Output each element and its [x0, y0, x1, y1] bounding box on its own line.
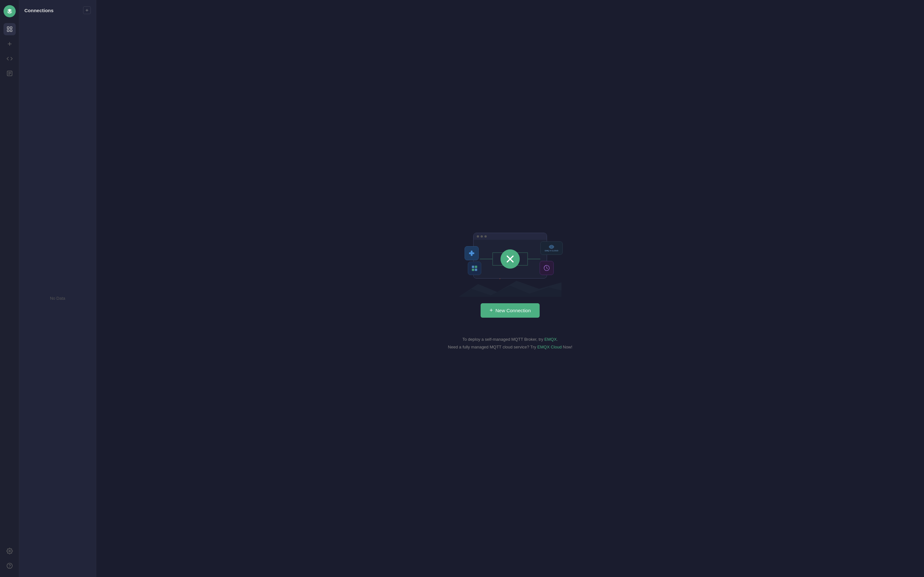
svg-rect-28: [475, 266, 477, 268]
icon-bar: [0, 0, 19, 577]
sidebar-item-help[interactable]: [3, 560, 16, 572]
emqx-cloud-link[interactable]: EMQX Cloud: [537, 345, 562, 350]
info-line1: To deploy a self-managed MQTT Broker, tr…: [448, 335, 572, 343]
sidebar-title: Connections: [24, 8, 53, 13]
svg-rect-3: [10, 27, 12, 29]
sidebar-header: Connections: [19, 0, 96, 19]
svg-rect-29: [472, 269, 474, 271]
plus-icon: +: [489, 307, 493, 314]
sidebar: Connections No Data: [19, 0, 96, 577]
browser-dot-2: [481, 235, 483, 237]
browser-dot-1: [477, 235, 479, 237]
float-card-history: [540, 261, 554, 275]
new-connection-button[interactable]: + New Connection: [481, 303, 540, 318]
float-card-app: [468, 261, 481, 275]
sidebar-item-script[interactable]: [3, 53, 16, 65]
svg-rect-27: [472, 266, 474, 268]
sidebar-empty-state: No Data: [19, 19, 96, 577]
emqx-link[interactable]: EMQX: [544, 337, 557, 342]
empty-state-illustration: EMQ X CLOUD: [96, 226, 924, 328]
app-logo[interactable]: [3, 5, 16, 17]
svg-rect-26: [469, 252, 475, 254]
center-logo: [501, 250, 520, 269]
svg-point-12: [9, 550, 10, 552]
sidebar-item-log[interactable]: [3, 67, 16, 79]
main-content: EMQ X CLOUD: [96, 0, 924, 577]
float-card-emqx-cloud: EMQ X CLOUD: [540, 242, 563, 255]
svg-rect-30: [475, 269, 477, 271]
emqx-cloud-float-label: EMQ X CLOUD: [545, 250, 558, 252]
info-text-block: To deploy a self-managed MQTT Broker, tr…: [448, 335, 572, 351]
svg-rect-2: [7, 27, 9, 29]
add-connection-button[interactable]: [83, 6, 91, 14]
float-card-mqtt-client: [465, 246, 479, 260]
svg-rect-5: [10, 30, 12, 32]
sidebar-item-new[interactable]: [3, 38, 16, 50]
info-line2: Need a fully managed MQTT cloud service?…: [448, 343, 572, 351]
browser-dot-3: [485, 235, 487, 237]
svg-point-13: [7, 563, 12, 569]
sidebar-item-connections[interactable]: [3, 23, 16, 35]
svg-rect-4: [7, 30, 9, 32]
new-connection-label: New Connection: [495, 308, 531, 313]
sidebar-item-settings[interactable]: [3, 545, 16, 557]
